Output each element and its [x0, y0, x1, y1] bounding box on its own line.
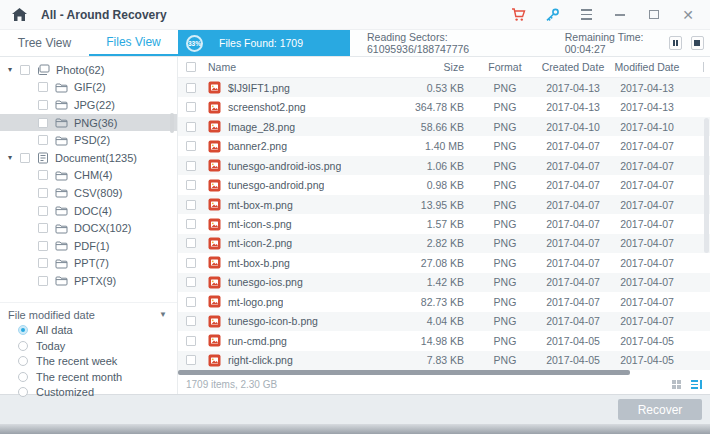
file-modified-date: 2017-04-07 [610, 257, 684, 269]
tree-item-checkbox[interactable] [38, 206, 48, 216]
date-filter-option[interactable]: All data [8, 323, 177, 338]
table-row[interactable]: mt-icon-s.png 1.57 KB PNG 2017-04-07 201… [178, 214, 710, 233]
chevron-down-icon[interactable]: ▾ [8, 153, 18, 162]
table-row[interactable]: $IJ9IFT1.png 0.53 KB PNG 2017-04-13 2017… [178, 78, 710, 97]
radio-button[interactable] [18, 387, 28, 397]
date-filter-option[interactable]: The recent month [8, 369, 177, 384]
row-checkbox[interactable] [186, 355, 196, 365]
table-row[interactable]: Image_28.png 58.66 KB PNG 2017-04-10 201… [178, 117, 710, 136]
grid-view-icon[interactable] [672, 380, 681, 389]
tree-item[interactable]: PPT(7) [0, 255, 177, 273]
tree-item-checkbox[interactable] [20, 65, 30, 75]
key-icon[interactable] [544, 7, 560, 23]
table-row[interactable]: screenshot2.png 364.78 KB PNG 2017-04-13… [178, 97, 710, 116]
tree-item[interactable]: PNG(36) [0, 114, 177, 132]
table-row[interactable]: tunesgo-ios.png 1.42 KB PNG 2017-04-07 2… [178, 273, 710, 292]
tree-item[interactable]: JPG(22) [0, 96, 177, 114]
tree-item[interactable]: CHM(4) [0, 167, 177, 185]
tree-item[interactable]: CSV(809) [0, 184, 177, 202]
date-filter-option[interactable]: Customized [8, 384, 177, 399]
tree-item[interactable]: ▾ Photo(62) [0, 61, 177, 79]
scan-progress-strip: 33% Files Found: 1709 Reading Sectors: 6… [178, 30, 710, 57]
row-checkbox[interactable] [186, 258, 196, 268]
tree-item-checkbox[interactable] [38, 82, 48, 92]
tree-item-checkbox[interactable] [38, 170, 48, 180]
row-checkbox[interactable] [186, 219, 196, 229]
table-vertical-scrollbar[interactable] [704, 118, 709, 253]
tree-item-checkbox[interactable] [38, 135, 48, 145]
table-row[interactable]: banner2.png 1.40 MB PNG 2017-04-07 2017-… [178, 136, 710, 155]
minimize-button[interactable] [612, 7, 628, 23]
column-header-name[interactable]: Name [204, 61, 384, 73]
tree-item[interactable]: DOCX(102) [0, 219, 177, 237]
cart-icon[interactable] [510, 7, 526, 23]
sidebar-vertical-scrollbar[interactable] [170, 113, 174, 133]
tab-tree-view[interactable]: Tree View [0, 30, 89, 56]
radio-button[interactable] [18, 372, 28, 382]
tab-files-view[interactable]: Files View [89, 30, 178, 56]
table-row[interactable]: tunesgo-android-ios.png 1.06 KB PNG 2017… [178, 156, 710, 175]
file-modified-date: 2017-04-07 [610, 199, 684, 211]
row-checkbox[interactable] [186, 297, 196, 307]
chevron-down-icon[interactable]: ▾ [8, 65, 18, 74]
close-button[interactable]: ✕ [680, 7, 696, 23]
table-row[interactable]: mt-box-b.png 27.08 KB PNG 2017-04-07 201… [178, 253, 710, 272]
file-size: 1.42 KB [384, 276, 474, 288]
column-header-format[interactable]: Format [474, 61, 536, 73]
column-header-created[interactable]: Created Date [536, 61, 610, 73]
select-all-checkbox[interactable] [186, 62, 196, 72]
tree-item-checkbox[interactable] [20, 153, 30, 163]
tree-item-checkbox[interactable] [38, 276, 48, 286]
row-checkbox[interactable] [186, 238, 196, 248]
table-row[interactable]: mt-box-m.png 13.95 KB PNG 2017-04-07 201… [178, 195, 710, 214]
table-row[interactable]: tunesgo-android.png 0.98 KB PNG 2017-04-… [178, 175, 710, 194]
row-checkbox[interactable] [186, 102, 196, 112]
table-row[interactable]: tunesgo-icon-b.png 4.04 KB PNG 2017-04-0… [178, 312, 710, 331]
tree-item[interactable]: PSD(2) [0, 131, 177, 149]
tree-item[interactable]: DOC(4) [0, 202, 177, 220]
tree-item-checkbox[interactable] [38, 258, 48, 268]
date-filter-option[interactable]: Today [8, 338, 177, 353]
list-view-icon[interactable] [691, 380, 702, 389]
radio-button[interactable] [18, 356, 28, 366]
pause-button[interactable] [669, 36, 682, 50]
row-checkbox[interactable] [186, 180, 196, 190]
row-checkbox[interactable] [186, 316, 196, 326]
row-checkbox[interactable] [186, 122, 196, 132]
tree-item[interactable]: ▾ Document(1235) [0, 149, 177, 167]
stop-button[interactable] [691, 36, 704, 50]
file-created-date: 2017-04-07 [536, 296, 610, 308]
tree-item-label: GIF(2) [74, 81, 106, 93]
tree-item[interactable]: PDF(1) [0, 237, 177, 255]
row-checkbox[interactable] [186, 277, 196, 287]
maximize-button[interactable] [646, 7, 662, 23]
radio-button[interactable] [18, 341, 28, 351]
date-filter-header[interactable]: File modified date ▼ [8, 307, 177, 323]
tree-item-checkbox[interactable] [38, 118, 48, 128]
table-row[interactable]: mt-logo.png 82.73 KB PNG 2017-04-07 2017… [178, 292, 710, 311]
row-checkbox[interactable] [186, 161, 196, 171]
table-row[interactable]: run-cmd.png 14.98 KB PNG 2017-04-05 2017… [178, 331, 710, 350]
row-checkbox[interactable] [186, 141, 196, 151]
column-header-size[interactable]: Size [384, 61, 474, 73]
home-icon[interactable] [12, 8, 27, 21]
table-row[interactable]: mt-icon-2.png 2.82 KB PNG 2017-04-07 201… [178, 234, 710, 253]
tree-item-checkbox[interactable] [38, 241, 48, 251]
tree-item-checkbox[interactable] [38, 188, 48, 198]
date-filter-option[interactable]: The recent week [8, 354, 177, 369]
file-modified-date: 2017-04-05 [610, 354, 684, 366]
tree-item-checkbox[interactable] [38, 223, 48, 233]
radio-button[interactable] [18, 325, 28, 335]
tree-item-label: PSD(2) [74, 134, 110, 146]
table-row[interactable]: right-click.png 7.83 KB PNG 2017-04-05 2… [178, 351, 710, 370]
column-header-modified[interactable]: Modified Date [610, 61, 684, 73]
row-checkbox[interactable] [186, 336, 196, 346]
row-checkbox[interactable] [186, 200, 196, 210]
items-summary: 1709 items, 2.30 GB [186, 379, 277, 390]
row-checkbox[interactable] [186, 83, 196, 93]
tree-item[interactable]: PPTX(9) [0, 272, 177, 290]
menu-icon[interactable] [578, 7, 594, 23]
recover-button[interactable]: Recover [618, 399, 702, 420]
tree-item[interactable]: GIF(2) [0, 79, 177, 97]
tree-item-checkbox[interactable] [38, 100, 48, 110]
